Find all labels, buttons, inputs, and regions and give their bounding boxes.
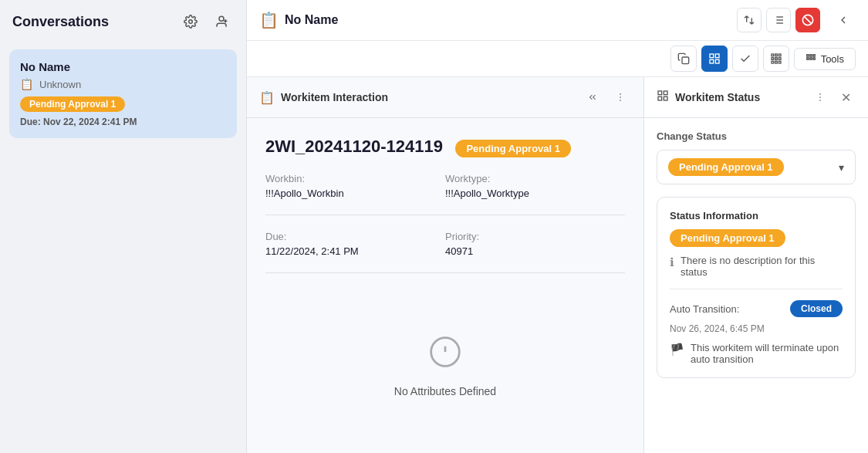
svg-rect-17 bbox=[772, 54, 774, 56]
sidebar-title: Conversations bbox=[12, 14, 109, 30]
collapse-button[interactable] bbox=[831, 8, 856, 32]
workitem-panel-header: 📋 Workitem Interaction bbox=[247, 77, 643, 118]
svg-rect-40 bbox=[658, 96, 662, 100]
workbin-col: Workbin: !!!Apollo_Workbin bbox=[265, 173, 445, 199]
workitem-more-button[interactable] bbox=[610, 86, 631, 108]
worktype-value: !!!Apollo_Worktype bbox=[445, 188, 625, 199]
svg-point-42 bbox=[819, 93, 821, 95]
svg-rect-21 bbox=[775, 58, 777, 60]
svg-rect-23 bbox=[772, 61, 774, 63]
svg-rect-12 bbox=[682, 57, 689, 64]
workitem-content: 2WI_20241120-124119 Pending Approval 1 W… bbox=[247, 118, 643, 453]
worktype-col: Worktype: !!!Apollo_Worktype bbox=[445, 173, 625, 199]
sidebar-header: Conversations bbox=[0, 0, 246, 43]
check-toolbar-button[interactable] bbox=[732, 46, 758, 72]
svg-point-44 bbox=[819, 100, 821, 101]
no-attr-text: No Attributes Defined bbox=[394, 385, 496, 397]
main-header: 📋 No Name bbox=[247, 0, 868, 41]
conv-due-text: Due: Nov 22, 2024 2:41 PM bbox=[20, 117, 226, 127]
workitem-panel-actions bbox=[582, 86, 631, 108]
workitem-panel-icon: 📋 bbox=[259, 90, 275, 105]
status-more-button[interactable] bbox=[809, 86, 831, 108]
grid-toolbar-button[interactable] bbox=[701, 46, 728, 72]
top-toolbar: Tools bbox=[247, 41, 868, 77]
conversation-item[interactable]: No Name 📋 Unknown Pending Approval 1 Due… bbox=[9, 49, 237, 138]
conv-sub: 📋 Unknown bbox=[20, 78, 226, 90]
tools-button[interactable]: Tools bbox=[794, 48, 856, 70]
svg-point-43 bbox=[819, 96, 821, 98]
svg-rect-28 bbox=[813, 55, 815, 56]
status-panel-icon bbox=[657, 90, 669, 105]
status-panel-content: Change Status Pending Approval 1 ▾ Statu… bbox=[644, 118, 868, 453]
svg-rect-22 bbox=[778, 58, 781, 60]
svg-rect-31 bbox=[813, 58, 815, 59]
svg-point-0 bbox=[189, 20, 193, 24]
workitem-header-icon: 📋 bbox=[259, 11, 279, 29]
transition-date: Nov 26, 2024, 6:45 PM bbox=[670, 323, 843, 334]
header-actions bbox=[737, 8, 856, 32]
auto-transition-label: Auto Transition: bbox=[670, 303, 739, 315]
workitem-meta: Workbin: !!!Apollo_Workbin Worktype: !!!… bbox=[265, 173, 625, 199]
due-col: Due: 11/22/2024, 2:41 PM bbox=[265, 231, 445, 257]
copy-toolbar-button[interactable] bbox=[670, 46, 697, 72]
status-panel-title: Workitem Status bbox=[675, 91, 760, 103]
status-dropdown[interactable]: Pending Approval 1 ▾ bbox=[657, 150, 856, 184]
svg-point-34 bbox=[620, 100, 621, 101]
conv-title: No Name bbox=[20, 60, 226, 73]
workitem-collapse-button[interactable] bbox=[582, 86, 603, 108]
status-panel-title-row: Workitem Status bbox=[657, 90, 760, 105]
svg-rect-38 bbox=[658, 91, 662, 95]
block-button[interactable] bbox=[795, 8, 820, 32]
gear-button[interactable] bbox=[178, 9, 203, 34]
change-status-label: Change Status bbox=[657, 130, 856, 142]
svg-rect-20 bbox=[772, 58, 774, 60]
svg-rect-13 bbox=[710, 54, 714, 58]
status-close-button[interactable]: ✕ bbox=[836, 87, 856, 107]
meta-divider bbox=[265, 215, 625, 215]
list-button[interactable] bbox=[766, 8, 791, 32]
sidebar-icons bbox=[178, 9, 234, 34]
terminate-text: This workitem will terminate upon auto t… bbox=[691, 342, 843, 365]
chevron-down-icon: ▾ bbox=[839, 161, 844, 174]
priority-label: Priority: bbox=[445, 231, 625, 242]
no-desc-row: ℹ There is no description for this statu… bbox=[670, 255, 843, 278]
status-info-box: Status Information Pending Approval 1 ℹ … bbox=[657, 197, 856, 378]
svg-rect-30 bbox=[809, 58, 811, 59]
svg-rect-26 bbox=[806, 55, 808, 56]
main-area: 📋 No Name bbox=[247, 0, 868, 453]
status-divider bbox=[670, 289, 843, 289]
svg-rect-25 bbox=[778, 61, 781, 63]
due-label: Due: bbox=[20, 117, 41, 127]
terminate-icon: 🏴 bbox=[670, 343, 684, 357]
workitem-id: 2WI_20241120-124119 bbox=[265, 137, 443, 157]
workitem-panel-title: Workitem Interaction bbox=[281, 91, 388, 103]
svg-rect-41 bbox=[664, 96, 667, 100]
conv-status-badge: Pending Approval 1 bbox=[20, 96, 125, 112]
add-user-button[interactable] bbox=[209, 9, 234, 34]
conv-sub-label: Unknown bbox=[39, 79, 81, 90]
svg-rect-19 bbox=[778, 54, 781, 56]
svg-point-33 bbox=[620, 96, 621, 98]
due-date: Nov 22, 2024 2:41 PM bbox=[43, 117, 137, 127]
workbin-value: !!!Apollo_Workbin bbox=[265, 188, 445, 199]
workitem-status-badge: Pending Approval 1 bbox=[455, 140, 571, 157]
svg-rect-14 bbox=[715, 54, 719, 58]
apps-toolbar-button[interactable] bbox=[763, 46, 789, 72]
info-icon: ℹ bbox=[670, 255, 674, 269]
svg-rect-39 bbox=[664, 91, 667, 95]
swap-button[interactable] bbox=[737, 8, 762, 32]
attr-divider bbox=[265, 272, 625, 273]
no-attributes-section: No Attributes Defined bbox=[265, 289, 625, 444]
svg-rect-29 bbox=[806, 58, 808, 59]
due-value: 11/22/2024, 2:41 PM bbox=[265, 245, 445, 257]
svg-rect-15 bbox=[710, 59, 714, 63]
workitem-panel-title-row: 📋 Workitem Interaction bbox=[259, 90, 388, 105]
terminate-row: 🏴 This workitem will terminate upon auto… bbox=[670, 342, 843, 365]
panels: 📋 Workitem Interaction 2WI_20241120-1241… bbox=[247, 77, 868, 453]
conv-icon: 📋 bbox=[20, 78, 33, 90]
status-dropdown-badge: Pending Approval 1 bbox=[668, 158, 784, 176]
svg-point-32 bbox=[620, 93, 621, 95]
worktype-label: Worktype: bbox=[445, 173, 625, 184]
no-attr-icon bbox=[428, 335, 462, 376]
workitem-meta-2: Due: 11/22/2024, 2:41 PM Priority: 40971 bbox=[265, 231, 625, 257]
